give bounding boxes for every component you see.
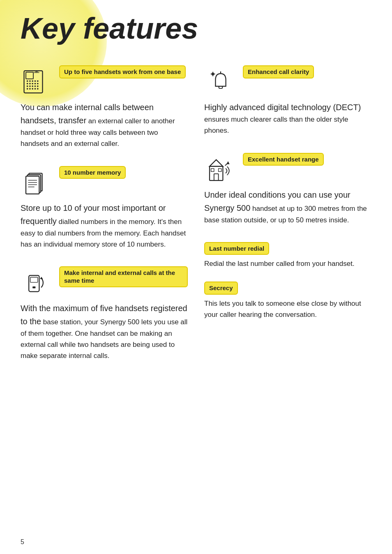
svg-rect-37	[32, 286, 35, 289]
svg-point-24	[32, 88, 33, 90]
feature-number-memory: 10 number memory Store up to 10 of your …	[21, 166, 188, 250]
svg-point-11	[37, 81, 39, 82]
svg-point-12	[27, 83, 28, 85]
features-grid: Up to five handsets work from one base Y…	[21, 65, 371, 378]
svg-rect-47	[211, 169, 214, 171]
feature-last-redial: Last number redial Redial the last numbe…	[204, 242, 371, 270]
left-column: Up to five handsets work from one base Y…	[21, 65, 188, 378]
five-handsets-badge: Up to five handsets work from one base	[59, 65, 186, 78]
svg-point-21	[37, 85, 39, 87]
handset-range-icon	[204, 153, 237, 186]
svg-point-19	[32, 85, 33, 87]
secrecy-text: This lets you talk to someone else close…	[204, 298, 371, 320]
svg-point-22	[27, 88, 28, 90]
handset-range-title-wrap: Excellent handset range	[243, 153, 371, 166]
number-memory-badge: 10 number memory	[59, 166, 126, 179]
feature-secrecy: Secrecy This lets you talk to someone el…	[204, 282, 371, 320]
svg-rect-46	[214, 173, 219, 180]
svg-rect-1	[26, 72, 33, 79]
five-handsets-title-wrap: Up to five handsets work from one base	[59, 65, 188, 78]
svg-point-16	[37, 83, 39, 85]
svg-rect-38	[219, 86, 223, 88]
last-redial-badge: Last number redial	[204, 242, 269, 255]
svg-marker-36	[40, 277, 43, 279]
svg-point-17	[27, 85, 28, 87]
svg-point-15	[35, 83, 36, 85]
svg-rect-35	[30, 277, 38, 282]
five-handsets-icon	[21, 65, 53, 98]
number-memory-title-wrap: 10 number memory	[59, 166, 188, 179]
svg-rect-29	[26, 176, 39, 194]
secrecy-badge: Secrecy	[204, 282, 238, 295]
svg-marker-45	[210, 159, 223, 166]
enhanced-clarity-badge: Enhanced call clarity	[243, 65, 314, 78]
svg-point-9	[32, 81, 33, 82]
page-title: Key features	[21, 12, 371, 45]
last-redial-text: Redial the last number called from your …	[204, 258, 371, 269]
svg-point-23	[29, 88, 31, 90]
svg-point-14	[32, 83, 33, 85]
page-number: 5	[21, 538, 24, 546]
enhanced-clarity-title-wrap: Enhanced call clarity	[243, 65, 371, 78]
feature-handset-range: Excellent handset range Under ideal cond…	[204, 153, 371, 226]
svg-point-20	[35, 85, 36, 87]
svg-point-10	[35, 81, 36, 82]
svg-point-7	[27, 81, 28, 82]
svg-marker-50	[226, 161, 229, 164]
feature-internal-external: Make internal and external calls at the …	[21, 266, 188, 362]
svg-point-18	[29, 85, 31, 87]
enhanced-clarity-text-body: ensures much clearer calls than the olde…	[204, 115, 348, 134]
five-handsets-text: You can make internal calls between hand…	[21, 101, 188, 149]
enhanced-clarity-text: Highly advanced digital technology (DECT…	[204, 101, 371, 136]
internal-external-text-body: base station, your Synergy 500 lets you …	[21, 318, 187, 360]
internal-external-text: With the maximum of five handsets regist…	[21, 302, 188, 362]
number-memory-text: Store up to 10 of your most important or…	[21, 201, 188, 250]
number-memory-icon	[21, 166, 53, 199]
internal-external-badge: Make internal and external calls at the …	[59, 266, 188, 287]
svg-point-25	[35, 88, 36, 90]
handset-range-text: Under ideal conditions you can use your …	[204, 188, 371, 226]
feature-enhanced-clarity: Enhanced call clarity Highly advanced di…	[204, 65, 371, 136]
feature-five-handsets: Up to five handsets work from one base Y…	[21, 65, 188, 149]
svg-point-13	[29, 83, 31, 85]
enhanced-clarity-icon	[204, 65, 237, 98]
internal-external-icon	[21, 266, 53, 299]
svg-rect-48	[219, 169, 221, 171]
handset-range-badge: Excellent handset range	[243, 153, 324, 166]
right-column: Enhanced call clarity Highly advanced di…	[204, 65, 371, 378]
enhanced-clarity-text-large: Highly advanced digital technology (DECT…	[204, 103, 361, 112]
svg-point-8	[29, 81, 31, 82]
svg-point-26	[37, 88, 39, 90]
internal-external-title-wrap: Make internal and external calls at the …	[59, 266, 188, 287]
